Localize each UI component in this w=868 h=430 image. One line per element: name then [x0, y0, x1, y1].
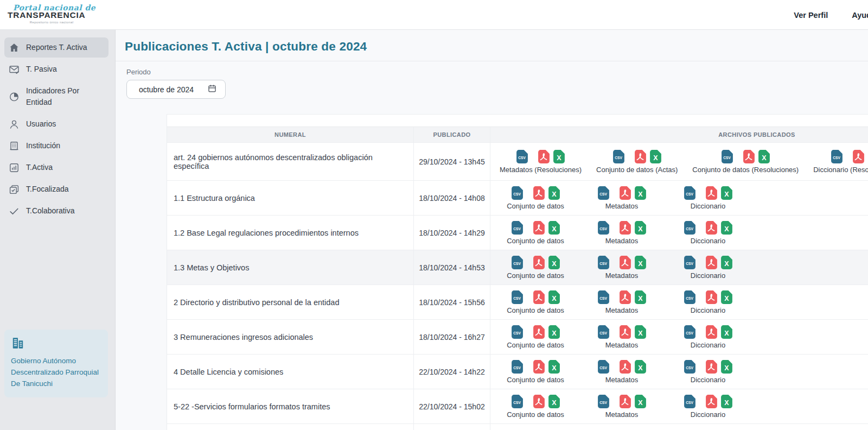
csv-file-icon[interactable]: CSV: [684, 360, 695, 374]
pdf-file-icon[interactable]: [620, 186, 631, 200]
svg-text:X: X: [552, 225, 557, 232]
csv-file-icon[interactable]: CSV: [613, 150, 624, 163]
pdf-file-icon[interactable]: [533, 290, 545, 304]
xls-file-icon[interactable]: X: [721, 395, 732, 408]
csv-file-icon[interactable]: CSV: [684, 221, 695, 235]
xls-file-icon[interactable]: X: [548, 256, 560, 269]
csv-file-icon[interactable]: CSV: [598, 221, 609, 235]
csv-file-icon[interactable]: CSV: [684, 186, 695, 200]
xls-file-icon[interactable]: X: [635, 395, 646, 408]
xls-file-icon[interactable]: X: [721, 186, 732, 200]
pdf-file-icon[interactable]: [533, 360, 545, 374]
pdf-file-icon[interactable]: [706, 186, 717, 200]
pdf-file-icon[interactable]: [620, 360, 631, 374]
sidebar-item-instituci-n[interactable]: Institución: [4, 136, 108, 156]
check-icon: [9, 206, 20, 217]
csv-file-icon[interactable]: CSV: [598, 360, 609, 374]
csv-file-icon[interactable]: CSV: [684, 290, 695, 304]
pdf-file-icon[interactable]: [706, 221, 717, 235]
csv-file-icon[interactable]: CSV: [598, 256, 609, 269]
pdf-file-icon[interactable]: [706, 290, 717, 304]
svg-text:CSV: CSV: [513, 401, 521, 404]
csv-file-icon[interactable]: CSV: [512, 325, 523, 339]
xls-file-icon[interactable]: X: [635, 290, 646, 304]
xls-file-icon[interactable]: X: [635, 360, 646, 374]
pdf-file-icon[interactable]: [635, 150, 646, 163]
pdf-file-icon[interactable]: [620, 256, 631, 269]
pdf-file-icon[interactable]: [620, 395, 631, 408]
csv-file-icon[interactable]: CSV: [684, 325, 695, 339]
portal-logo[interactable]: Portal nacional de TRANSPARENCIA Reposit…: [8, 3, 95, 24]
xls-file-icon[interactable]: X: [721, 360, 732, 374]
xls-file-icon[interactable]: X: [548, 395, 560, 408]
pdf-file-icon[interactable]: [533, 186, 545, 200]
csv-file-icon[interactable]: CSV: [512, 186, 523, 200]
xls-file-icon[interactable]: X: [548, 186, 560, 200]
xls-file-icon[interactable]: X: [758, 150, 770, 163]
sidebar-item-t-colaborativa[interactable]: T.Colaborativa: [4, 201, 108, 221]
svg-text:CSV: CSV: [599, 366, 607, 370]
file-group-label: Metadatos (Resoluciones): [500, 166, 582, 174]
csv-file-icon[interactable]: CSV: [598, 186, 609, 200]
csv-file-icon[interactable]: CSV: [684, 395, 695, 408]
pdf-file-icon[interactable]: [533, 221, 545, 235]
period-input[interactable]: octubre de 2024: [126, 80, 226, 99]
pdf-file-icon[interactable]: [533, 256, 545, 269]
pdf-file-icon[interactable]: [706, 395, 717, 408]
csv-file-icon[interactable]: CSV: [684, 256, 695, 269]
pdf-file-icon[interactable]: [533, 325, 545, 339]
pdf-file-icon[interactable]: [533, 395, 545, 408]
xls-file-icon[interactable]: X: [721, 256, 732, 269]
sidebar-item-usuarios[interactable]: Usuarios: [4, 114, 108, 134]
csv-file-icon[interactable]: CSV: [512, 290, 523, 304]
sidebar-item-t-pasiva[interactable]: T. Pasiva: [4, 59, 108, 79]
xls-file-icon[interactable]: X: [721, 290, 732, 304]
csv-file-icon[interactable]: CSV: [512, 360, 523, 374]
csv-file-icon[interactable]: CSV: [512, 256, 523, 269]
xls-file-icon[interactable]: X: [635, 256, 646, 269]
file-icons: CSVX: [598, 325, 646, 339]
entity-card[interactable]: Gobierno Autónomo Descentralizado Parroq…: [4, 330, 108, 397]
pdf-file-icon[interactable]: [620, 325, 631, 339]
pdf-file-icon[interactable]: [706, 256, 717, 269]
file-group-label: Metadatos: [605, 410, 639, 419]
csv-file-icon[interactable]: CSV: [831, 150, 843, 163]
pdf-file-icon[interactable]: [538, 150, 550, 163]
sidebar-item-reportes-t-activa[interactable]: Reportes T. Activa: [4, 37, 108, 58]
svg-text:CSV: CSV: [686, 262, 693, 265]
entity-name: Gobierno Autónomo Descentralizado Parroq…: [11, 356, 101, 390]
pdf-file-icon[interactable]: [706, 325, 717, 339]
column-header-publicado: PUBLICADO: [414, 127, 490, 142]
xls-file-icon[interactable]: X: [721, 221, 732, 235]
sidebar-item-indicadores-por-entidad[interactable]: Indicadores Por Entidad: [4, 81, 108, 112]
xls-file-icon[interactable]: X: [635, 221, 646, 235]
pdf-file-icon[interactable]: [743, 150, 755, 163]
sidebar-item-t-activa[interactable]: T.Activa: [4, 157, 108, 178]
pdf-file-icon[interactable]: [620, 221, 631, 235]
file-group: CSVXMetadatos: [586, 186, 658, 210]
sidebar-item-t-focalizada[interactable]: T.Focalizada: [4, 179, 108, 199]
csv-file-icon[interactable]: CSV: [516, 150, 528, 163]
xls-file-icon[interactable]: X: [553, 150, 565, 163]
ver-perfil-link[interactable]: Ver Perfil: [794, 11, 828, 20]
xls-file-icon[interactable]: X: [635, 325, 646, 339]
csv-file-icon[interactable]: CSV: [598, 290, 609, 304]
ayuda-link[interactable]: Ayuda: [852, 11, 868, 20]
xls-file-icon[interactable]: X: [650, 150, 661, 163]
xls-file-icon[interactable]: X: [548, 360, 560, 374]
pdf-file-icon[interactable]: [620, 290, 631, 304]
csv-file-icon[interactable]: CSV: [722, 150, 733, 163]
csv-file-icon[interactable]: CSV: [512, 395, 523, 408]
xls-file-icon[interactable]: X: [548, 290, 560, 304]
xls-file-icon[interactable]: X: [548, 221, 560, 235]
xls-file-icon[interactable]: X: [721, 325, 732, 339]
pdf-file-icon[interactable]: [853, 150, 864, 163]
xls-file-icon[interactable]: X: [635, 186, 646, 200]
svg-text:X: X: [724, 364, 729, 371]
xls-file-icon[interactable]: X: [548, 325, 560, 339]
csv-file-icon[interactable]: CSV: [512, 221, 523, 235]
svg-text:X: X: [638, 190, 643, 198]
csv-file-icon[interactable]: CSV: [598, 325, 609, 339]
pdf-file-icon[interactable]: [706, 360, 717, 374]
csv-file-icon[interactable]: CSV: [598, 395, 609, 408]
